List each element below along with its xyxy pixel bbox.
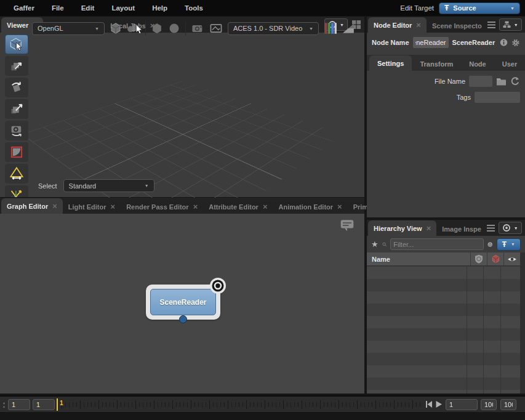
info-icon[interactable] — [500, 37, 508, 48]
close-icon[interactable]: × — [111, 204, 116, 210]
graph-canvas[interactable]: SceneReader — [0, 214, 364, 394]
tab-image-inspector[interactable]: Image Inspe — [436, 222, 487, 236]
node-editor-tabbar: Node Editor × Scene Inspecto ▼ — [367, 17, 525, 33]
tab-render-pass-editor[interactable]: Render Pass Editor × — [121, 200, 203, 214]
tab-overflow-menu-icon[interactable] — [487, 22, 495, 28]
drawing-mode-cube-icon[interactable] — [110, 22, 122, 34]
file-name-input[interactable] — [469, 76, 492, 87]
playhead-frame-label: 1 — [60, 400, 63, 406]
scene-reader-node-body[interactable]: SceneReader — [150, 289, 216, 315]
start-frame-input[interactable] — [8, 399, 30, 410]
tab-graph-editor[interactable]: Graph Editor × — [1, 198, 63, 214]
hierarchy-header-row: Name — [367, 252, 520, 266]
close-icon[interactable]: × — [337, 204, 342, 210]
edit-target-group: Edit Target Ŧ Source ▼ — [400, 2, 520, 14]
range-start-input[interactable] — [33, 399, 55, 410]
tab-overflow-menu-icon[interactable] — [487, 225, 495, 232]
menu-help[interactable]: Help — [143, 4, 176, 12]
tab-label: Image Inspe — [442, 225, 481, 233]
scope-filter-dropdown[interactable]: Ŧ ▼ — [497, 238, 521, 251]
edit-target-source-dropdown[interactable]: Ŧ Source ▼ — [439, 2, 520, 14]
hierarchy-rows[interactable] — [367, 267, 520, 394]
close-icon[interactable]: × — [416, 22, 421, 28]
node-editor-mode-dropdown[interactable]: ▼ — [499, 18, 522, 31]
subtab-node[interactable]: Node — [461, 57, 494, 71]
sphere-icon[interactable] — [168, 22, 180, 34]
translate-tool-button[interactable] — [5, 56, 28, 76]
camera-tool-button[interactable] — [5, 121, 28, 140]
play-button[interactable] — [435, 400, 443, 408]
current-frame-input[interactable] — [446, 399, 478, 410]
node-type-label: SceneReader — [452, 39, 495, 46]
expansion-cube-icon[interactable] — [151, 22, 163, 34]
name-column-header[interactable]: Name — [367, 256, 470, 263]
select-mode-dropdown[interactable]: Standard ▼ — [63, 179, 154, 192]
column-divider — [483, 267, 484, 394]
tab-label: Hierarchy View — [374, 225, 422, 232]
subtab-settings[interactable]: Settings — [369, 55, 412, 71]
search-icon — [382, 240, 387, 249]
scene-reader-node[interactable]: SceneReader — [146, 285, 220, 320]
visibility-column-header[interactable] — [503, 252, 520, 265]
scale-tool-button[interactable] — [5, 99, 28, 119]
menu-tools[interactable]: Tools — [176, 4, 212, 12]
menu-edit[interactable]: Edit — [73, 4, 103, 12]
rgb-channels-icon[interactable] — [324, 22, 337, 35]
toolbar-separator — [145, 21, 146, 36]
scene-image-icon[interactable] — [209, 22, 223, 34]
chevron-down-icon: ▼ — [95, 26, 99, 31]
hierarchy-focus-dropdown[interactable]: ▼ — [499, 222, 522, 234]
node-editor-panel: Node Editor × Scene Inspecto ▼ — [367, 17, 525, 217]
tab-hierarchy-view[interactable]: Hierarchy View × — [368, 220, 436, 236]
tab-node-editor[interactable]: Node Editor × — [368, 17, 427, 33]
close-icon[interactable]: × — [193, 204, 198, 210]
display-transform-label: ACES 1.0 - SDR Video — [233, 25, 302, 32]
column-divider — [500, 267, 501, 394]
gear-icon[interactable] — [511, 37, 520, 49]
subtab-transform[interactable]: Transform — [412, 57, 461, 71]
annotation-bubble-icon[interactable] — [340, 219, 355, 232]
folder-browse-icon[interactable] — [496, 77, 507, 86]
light-position-tool-button[interactable] — [5, 185, 28, 197]
playhead[interactable] — [57, 398, 58, 411]
bookmark-star-icon[interactable]: ★ — [371, 240, 379, 249]
tab-animation-editor[interactable]: Animation Editor × — [273, 200, 347, 214]
filter-input[interactable] — [390, 238, 484, 250]
timeline-grip-handle[interactable] — [3, 402, 5, 408]
tab-scene-inspector[interactable]: Scene Inspecto — [427, 18, 487, 33]
timeline-bar: 1 — [0, 395, 525, 412]
node-output-port[interactable] — [179, 315, 187, 323]
menu-file[interactable]: File — [43, 4, 73, 12]
renderer-dropdown[interactable]: OpenGL ▼ — [32, 22, 105, 35]
close-icon[interactable]: × — [427, 225, 431, 232]
tags-input[interactable] — [475, 92, 520, 103]
crop-window-tool-button[interactable] — [5, 142, 28, 162]
range-end-input[interactable] — [481, 399, 497, 410]
frame-ruler[interactable] — [62, 397, 423, 413]
menu-gaffer[interactable]: Gaffer — [5, 4, 43, 12]
rotate-tool-button[interactable] — [5, 78, 28, 97]
filter-settings-icon[interactable] — [487, 239, 493, 250]
display-transform-dropdown[interactable]: ACES 1.0 - SDR Video ▼ — [228, 22, 319, 35]
exposure-gamma-icon[interactable] — [342, 23, 355, 34]
close-icon[interactable]: × — [52, 203, 57, 209]
hierarchy-filter-row: ★ Ŧ ▼ — [367, 236, 525, 252]
chevron-down-icon: ▼ — [309, 26, 313, 31]
light-tool-button[interactable] — [5, 164, 28, 184]
scrollbar-gutter[interactable] — [520, 252, 525, 394]
tab-attribute-editor[interactable]: Attribute Editor × — [203, 200, 273, 214]
focus-badge-icon[interactable] — [209, 277, 226, 294]
viewer-toolbar: OpenGL ▼ ACES 1 — [32, 19, 362, 38]
skip-to-start-button[interactable] — [425, 400, 433, 408]
exclusions-column-header[interactable] — [487, 252, 503, 265]
menu-layout[interactable]: Layout — [103, 4, 143, 12]
end-frame-input[interactable] — [500, 399, 516, 410]
tab-light-editor[interactable]: Light Editor × — [63, 200, 121, 214]
node-name-input[interactable] — [413, 37, 449, 48]
camera-icon[interactable] — [191, 22, 204, 34]
select-tool-button[interactable] — [5, 34, 28, 54]
close-icon[interactable]: × — [263, 204, 268, 210]
refresh-icon[interactable] — [510, 76, 520, 86]
subtab-user[interactable]: User — [494, 57, 525, 71]
inclusions-column-header[interactable] — [470, 252, 487, 265]
